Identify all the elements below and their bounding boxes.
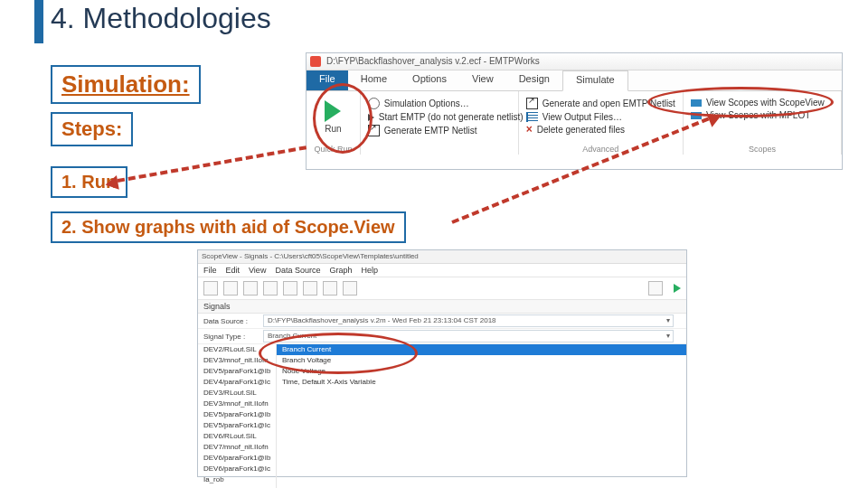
signal-item[interactable]: DEV5/paraFork1@Ib [198,409,276,420]
toolbar-button[interactable] [263,281,278,296]
signal-item[interactable]: DEV5/paraFork1@Ib [198,366,276,377]
toolbar-button[interactable] [648,281,663,296]
x-icon: × [526,126,533,134]
simulation-options[interactable]: Simulation Options… [368,98,511,109]
menu-graph[interactable]: Graph [329,266,352,275]
scopeview-titlebar: ScopeView - Signals - C:\Users\cft05\Sco… [198,250,686,264]
signal-item[interactable]: DEV4/paraFork1@Ic [198,377,276,388]
signal-item[interactable]: DEV5/paraFork1@Ic [198,420,276,431]
list-icon [526,112,538,122]
signal-type-label: Signal Type : [198,333,263,341]
group-quick-run-items: Simulation Options… Start EMTP (do not g… [361,91,519,155]
menu-file[interactable]: File [203,266,217,275]
tab-simulate[interactable]: Simulate [562,70,628,91]
menu-help[interactable]: Help [361,266,378,275]
label-steps: Steps: [51,112,133,146]
tab-design[interactable]: Design [506,70,562,90]
label-step-scopeview: 2. Show graphs with aid of Scope.View [51,211,406,243]
menu-data-source[interactable]: Data Source [275,266,320,275]
annotation-circle-scopes [647,87,834,117]
data-source-combo[interactable]: D:\FYP\Backflashover_analysis v.2m - Wed… [263,314,674,327]
signals-list: DEV2/RLout.SILDEV3/mnof_nit.IIofnDEV5/pa… [198,344,686,488]
signal-item[interactable]: Ia_rob [198,474,276,485]
signal-item[interactable]: DEV7/mnof_nit.IIofn [198,442,276,453]
export-icon [526,98,538,109]
tab-view[interactable]: View [459,70,506,90]
annotation-circle-run [313,83,373,154]
emtpworks-titlebar: D:\FYP\Backflashover_analysis v.2.ecf - … [307,53,842,70]
slide-accent-bar [34,0,43,43]
data-source-label: Data Source : [198,317,263,325]
scopeview-menubar: File Edit View Data Source Graph Help [198,264,686,277]
data-source-row: Data Source : D:\FYP\Backflashover_analy… [198,314,686,329]
view-output-files[interactable]: View Output Files… [526,112,675,122]
signal-item[interactable]: DEV6/paraFork1@Ic [198,464,276,474]
menu-edit[interactable]: Edit [226,266,241,275]
tab-options[interactable]: Options [400,70,459,90]
start-emtp[interactable]: Start EMTP (do not generate netlist) [368,112,511,122]
toolbar-button[interactable] [343,281,357,296]
signals-section-header: Signals [198,300,686,314]
toolbar-button[interactable] [283,281,297,296]
annotation-arrow-run [118,145,307,183]
group-scopes-label: Scopes [684,145,841,154]
scopeview-toolbar [198,277,686,300]
signal-item[interactable]: DEV3/mnof_nit.IIofn [198,399,276,409]
toolbar-button[interactable] [223,281,238,296]
slide-title: 4. Methodologies [51,2,271,35]
toolbar-button[interactable] [203,281,218,296]
signal-item[interactable]: DEV6/RLout.SIL [198,431,276,442]
signal-item[interactable]: DEV3/RLout.SIL [198,388,276,399]
play-icon[interactable] [674,284,681,293]
toolbar-button[interactable] [303,281,317,296]
menu-view[interactable]: View [249,266,266,275]
signal-item[interactable]: DEV6/paraFork1@Ib [198,453,276,464]
annotation-circle-signal-type [259,333,418,374]
group-advanced-label: Advanced [519,145,683,154]
toolbar-button[interactable] [243,281,258,296]
toolbar-button[interactable] [323,281,337,296]
generate-netlist[interactable]: Generate EMTP Netlist [368,125,511,136]
signal-type-option[interactable]: Time, Default X-Axis Variable [277,377,686,388]
delete-generated-files[interactable]: ×Delete generated files [526,125,675,135]
label-simulation: Simulation: [51,65,201,104]
